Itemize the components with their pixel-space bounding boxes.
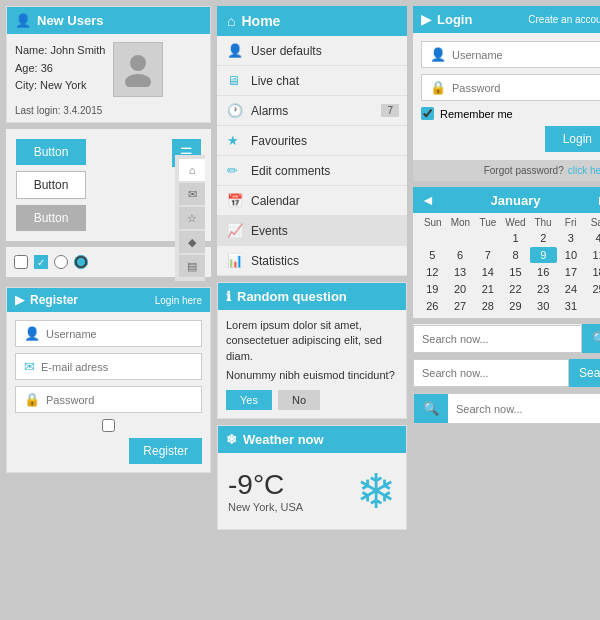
login-password-input[interactable]	[452, 82, 600, 94]
cal-day-10[interactable]: 10	[558, 247, 585, 263]
random-question-panel: ℹ Random question Lorem ipsum dolor sit …	[217, 282, 407, 419]
yes-button[interactable]: Yes	[226, 390, 272, 410]
register-title: Register	[30, 293, 78, 307]
email-field[interactable]: ✉	[15, 353, 202, 380]
username-field[interactable]: 👤	[15, 320, 202, 347]
cal-day-7[interactable]: 7	[474, 247, 501, 263]
random-q-header: ℹ Random question	[218, 283, 406, 310]
cal-day-31[interactable]: 31	[558, 298, 585, 314]
middle-column: ⌂ Home 👤 User defaults 🖥 Live chat 🕐 Ala…	[217, 6, 407, 530]
terms-checkbox[interactable]	[15, 419, 202, 432]
cal-day-21[interactable]: 21	[474, 281, 501, 297]
cal-day-1[interactable]: 1	[502, 230, 529, 246]
nav-icon-list[interactable]: ▤	[179, 255, 205, 277]
login-link[interactable]: Login here	[155, 295, 202, 306]
button-3[interactable]: Button	[16, 205, 86, 231]
cal-day-4[interactable]: 4	[585, 230, 600, 246]
calendar-days: 1 2 3 4 5 6 7 8 9 10 11 12 13 14 15 16 1	[419, 230, 600, 314]
cal-day-27[interactable]: 27	[447, 298, 474, 314]
username-input[interactable]	[46, 328, 193, 340]
calendar-header: ◄ January ►	[413, 187, 600, 213]
cal-day-13[interactable]: 13	[447, 264, 474, 280]
cal-day-6[interactable]: 6	[447, 247, 474, 263]
cal-day-16[interactable]: 16	[530, 264, 557, 280]
cal-day-12[interactable]: 12	[419, 264, 446, 280]
calendar-next-button[interactable]: ►	[596, 192, 600, 208]
nav-icon-home[interactable]: ⌂	[179, 159, 205, 181]
register-body: 👤 ✉ 🔒 Register	[7, 312, 210, 472]
login-username-field[interactable]: 👤	[421, 41, 600, 68]
no-button[interactable]: No	[278, 390, 320, 410]
cal-day-23[interactable]: 23	[530, 281, 557, 297]
nav-item-events[interactable]: 📈 Events	[217, 216, 407, 246]
button-1[interactable]: Button	[16, 139, 86, 165]
register-button[interactable]: Register	[129, 438, 202, 464]
radio-1[interactable]	[54, 255, 68, 269]
password-field[interactable]: 🔒	[15, 386, 202, 413]
cal-day-26[interactable]: 26	[419, 298, 446, 314]
cal-day-11[interactable]: 11	[585, 247, 600, 263]
nav-label-live-chat: Live chat	[251, 74, 299, 88]
checkbox-checked[interactable]: ✓	[34, 255, 48, 269]
cal-day-22[interactable]: 22	[502, 281, 529, 297]
nav-item-live-chat[interactable]: 🖥 Live chat	[217, 66, 407, 96]
login-button[interactable]: Login	[545, 126, 600, 152]
login-username-input[interactable]	[452, 49, 600, 61]
cal-day-15[interactable]: 15	[502, 264, 529, 280]
nav-item-statistics[interactable]: 📊 Statistics	[217, 246, 407, 276]
cal-day-3[interactable]: 3	[558, 230, 585, 246]
cal-day-14[interactable]: 14	[474, 264, 501, 280]
search-input-3[interactable]	[448, 396, 600, 422]
play-icon-login: ▶	[421, 12, 431, 27]
email-input[interactable]	[41, 361, 193, 373]
password-input[interactable]	[46, 394, 193, 406]
cal-day-9[interactable]: 9	[530, 247, 557, 263]
weather-info: -9°C New York, USA	[228, 469, 303, 513]
cal-day-28[interactable]: 28	[474, 298, 501, 314]
cal-day-5[interactable]: 5	[419, 247, 446, 263]
cal-day-30[interactable]: 30	[530, 298, 557, 314]
svg-point-0	[130, 55, 146, 71]
cal-day-19[interactable]: 19	[419, 281, 446, 297]
nav-icon-diamond[interactable]: ◆	[179, 231, 205, 253]
cal-day-25[interactable]: 25	[585, 281, 600, 297]
nav-item-favourites[interactable]: ★ Favourites	[217, 126, 407, 156]
cal-day-18[interactable]: 18	[585, 264, 600, 280]
nav-label-events: Events	[251, 224, 288, 238]
calendar-prev-button[interactable]: ◄	[421, 192, 435, 208]
checkbox-1[interactable]	[14, 255, 28, 269]
search-button-1[interactable]: 🔍	[582, 324, 600, 353]
click-here-link[interactable]: click here	[568, 165, 600, 176]
cal-day-8[interactable]: 8	[502, 247, 529, 263]
login-user-icon: 👤	[430, 47, 446, 62]
nav-item-user-defaults[interactable]: 👤 User defaults	[217, 36, 407, 66]
cal-day-20[interactable]: 20	[447, 281, 474, 297]
nav-icon-star[interactable]: ☆	[179, 207, 205, 229]
search-input-1[interactable]	[413, 325, 582, 353]
nav-item-calendar[interactable]: 📅 Calendar	[217, 186, 407, 216]
remember-checkbox[interactable]	[421, 107, 434, 120]
cal-day-29[interactable]: 29	[502, 298, 529, 314]
cal-day-24[interactable]: 24	[558, 281, 585, 297]
nav-icon-mail[interactable]: ✉	[179, 183, 205, 205]
login-password-field[interactable]: 🔒	[421, 74, 600, 101]
user-defaults-icon: 👤	[227, 43, 243, 58]
button-2[interactable]: Button	[16, 171, 86, 199]
create-account-link[interactable]: Create an account	[528, 14, 600, 25]
search-button-2[interactable]: Search	[569, 359, 600, 387]
login-title: Login	[437, 12, 472, 27]
alarms-icon: 🕐	[227, 103, 243, 118]
cal-day-2[interactable]: 2	[530, 230, 557, 246]
search-input-2[interactable]	[413, 359, 569, 387]
login-lock-icon: 🔒	[430, 80, 446, 95]
cal-day-17[interactable]: 17	[558, 264, 585, 280]
nav-item-alarms[interactable]: 🕐 Alarms 7	[217, 96, 407, 126]
nav-menu-title: Home	[241, 13, 280, 29]
weather-panel: ❄ Weather now -9°C New York, USA ❄	[217, 425, 407, 530]
radio-2[interactable]	[74, 255, 88, 269]
nav-menu: ⌂ Home 👤 User defaults 🖥 Live chat 🕐 Ala…	[217, 6, 407, 276]
nav-label-statistics: Statistics	[251, 254, 299, 268]
nav-icons-panel: ⌂ ✉ ☆ ◆ ▤	[175, 155, 205, 281]
search-icon-button-3[interactable]: 🔍	[414, 394, 448, 423]
nav-item-edit-comments[interactable]: ✏ Edit comments	[217, 156, 407, 186]
